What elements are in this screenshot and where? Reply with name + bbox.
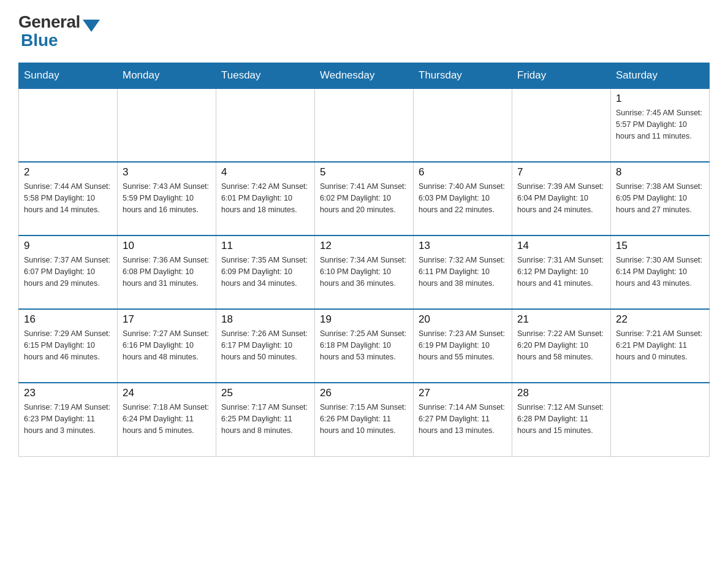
- day-info: Sunrise: 7:17 AM Sunset: 6:25 PM Dayligh…: [221, 402, 309, 436]
- day-number: 23: [24, 387, 112, 399]
- calendar-cell: 26Sunrise: 7:15 AM Sunset: 6:26 PM Dayli…: [315, 383, 414, 456]
- calendar-cell: 14Sunrise: 7:31 AM Sunset: 6:12 PM Dayli…: [512, 236, 611, 309]
- calendar-cell: 18Sunrise: 7:26 AM Sunset: 6:17 PM Dayli…: [216, 309, 315, 383]
- day-info: Sunrise: 7:18 AM Sunset: 6:24 PM Dayligh…: [123, 402, 211, 436]
- day-number: 9: [24, 240, 112, 252]
- day-info: Sunrise: 7:15 AM Sunset: 6:26 PM Dayligh…: [320, 402, 408, 436]
- calendar-cell: 25Sunrise: 7:17 AM Sunset: 6:25 PM Dayli…: [216, 383, 315, 456]
- day-number: 12: [320, 240, 408, 252]
- day-info: Sunrise: 7:19 AM Sunset: 6:23 PM Dayligh…: [24, 402, 112, 436]
- day-number: 18: [221, 313, 309, 326]
- calendar-week-row: 1Sunrise: 7:45 AM Sunset: 5:57 PM Daylig…: [19, 88, 710, 162]
- calendar-cell: 4Sunrise: 7:42 AM Sunset: 6:01 PM Daylig…: [216, 162, 315, 236]
- calendar-cell: 17Sunrise: 7:27 AM Sunset: 6:16 PM Dayli…: [118, 309, 216, 383]
- calendar-cell: 8Sunrise: 7:38 AM Sunset: 6:05 PM Daylig…: [611, 162, 710, 236]
- day-info: Sunrise: 7:26 AM Sunset: 6:17 PM Dayligh…: [221, 328, 309, 362]
- calendar-week-row: 9Sunrise: 7:37 AM Sunset: 6:07 PM Daylig…: [19, 236, 710, 309]
- day-number: 10: [123, 240, 211, 252]
- calendar-week-row: 2Sunrise: 7:44 AM Sunset: 5:58 PM Daylig…: [19, 162, 710, 236]
- weekday-header-saturday: Saturday: [611, 63, 710, 89]
- calendar-cell: 7Sunrise: 7:39 AM Sunset: 6:04 PM Daylig…: [512, 162, 611, 236]
- calendar-cell: [512, 88, 611, 162]
- calendar-week-row: 16Sunrise: 7:29 AM Sunset: 6:15 PM Dayli…: [19, 309, 710, 383]
- day-number: 26: [320, 387, 408, 399]
- calendar-cell: 24Sunrise: 7:18 AM Sunset: 6:24 PM Dayli…: [118, 383, 216, 456]
- page-header: General Blue: [18, 12, 710, 50]
- day-number: 7: [517, 166, 605, 178]
- day-number: 16: [24, 313, 112, 326]
- day-info: Sunrise: 7:21 AM Sunset: 6:21 PM Dayligh…: [616, 328, 704, 362]
- calendar-cell: 10Sunrise: 7:36 AM Sunset: 6:08 PM Dayli…: [118, 236, 216, 309]
- day-number: 5: [320, 166, 408, 178]
- day-number: 13: [419, 240, 507, 252]
- calendar-cell: 23Sunrise: 7:19 AM Sunset: 6:23 PM Dayli…: [19, 383, 118, 456]
- calendar-cell: 15Sunrise: 7:30 AM Sunset: 6:14 PM Dayli…: [611, 236, 710, 309]
- day-number: 25: [221, 387, 309, 399]
- calendar-cell: 19Sunrise: 7:25 AM Sunset: 6:18 PM Dayli…: [315, 309, 414, 383]
- day-number: 8: [616, 166, 704, 178]
- calendar-cell: 3Sunrise: 7:43 AM Sunset: 5:59 PM Daylig…: [118, 162, 216, 236]
- calendar-cell: [315, 88, 414, 162]
- calendar-cell: 28Sunrise: 7:12 AM Sunset: 6:28 PM Dayli…: [512, 383, 611, 456]
- day-number: 14: [517, 240, 605, 252]
- calendar-table: SundayMondayTuesdayWednesdayThursdayFrid…: [18, 63, 710, 457]
- calendar-cell: 11Sunrise: 7:35 AM Sunset: 6:09 PM Dayli…: [216, 236, 315, 309]
- day-number: 22: [616, 313, 704, 326]
- day-info: Sunrise: 7:27 AM Sunset: 6:16 PM Dayligh…: [123, 328, 211, 362]
- day-info: Sunrise: 7:31 AM Sunset: 6:12 PM Dayligh…: [517, 255, 605, 289]
- weekday-header-tuesday: Tuesday: [216, 63, 315, 89]
- weekday-header-wednesday: Wednesday: [315, 63, 414, 89]
- weekday-header-friday: Friday: [512, 63, 611, 89]
- calendar-cell: 13Sunrise: 7:32 AM Sunset: 6:11 PM Dayli…: [414, 236, 512, 309]
- day-info: Sunrise: 7:29 AM Sunset: 6:15 PM Dayligh…: [24, 328, 112, 362]
- day-info: Sunrise: 7:34 AM Sunset: 6:10 PM Dayligh…: [320, 255, 408, 289]
- weekday-header-thursday: Thursday: [414, 63, 512, 89]
- day-info: Sunrise: 7:41 AM Sunset: 6:02 PM Dayligh…: [320, 181, 408, 215]
- calendar-cell: 1Sunrise: 7:45 AM Sunset: 5:57 PM Daylig…: [611, 88, 710, 162]
- logo: General Blue: [18, 12, 100, 50]
- weekday-header-sunday: Sunday: [19, 63, 118, 89]
- calendar-cell: 12Sunrise: 7:34 AM Sunset: 6:10 PM Dayli…: [315, 236, 414, 309]
- day-info: Sunrise: 7:23 AM Sunset: 6:19 PM Dayligh…: [419, 328, 507, 362]
- day-info: Sunrise: 7:37 AM Sunset: 6:07 PM Dayligh…: [24, 255, 112, 289]
- day-number: 24: [123, 387, 211, 399]
- calendar-cell: 9Sunrise: 7:37 AM Sunset: 6:07 PM Daylig…: [19, 236, 118, 309]
- day-info: Sunrise: 7:22 AM Sunset: 6:20 PM Dayligh…: [517, 328, 605, 362]
- day-number: 20: [419, 313, 507, 326]
- logo-blue-text: Blue: [21, 31, 58, 50]
- day-info: Sunrise: 7:36 AM Sunset: 6:08 PM Dayligh…: [123, 255, 211, 289]
- calendar-cell: 5Sunrise: 7:41 AM Sunset: 6:02 PM Daylig…: [315, 162, 414, 236]
- day-info: Sunrise: 7:45 AM Sunset: 5:57 PM Dayligh…: [616, 107, 704, 142]
- weekday-header-monday: Monday: [118, 63, 216, 89]
- logo-arrow-icon: [83, 20, 100, 32]
- day-info: Sunrise: 7:14 AM Sunset: 6:27 PM Dayligh…: [419, 402, 507, 436]
- day-number: 6: [419, 166, 507, 178]
- calendar-cell: 21Sunrise: 7:22 AM Sunset: 6:20 PM Dayli…: [512, 309, 611, 383]
- day-info: Sunrise: 7:42 AM Sunset: 6:01 PM Dayligh…: [221, 181, 309, 215]
- weekday-header-row: SundayMondayTuesdayWednesdayThursdayFrid…: [19, 63, 710, 89]
- day-number: 17: [123, 313, 211, 326]
- day-info: Sunrise: 7:35 AM Sunset: 6:09 PM Dayligh…: [221, 255, 309, 289]
- calendar-cell: [216, 88, 315, 162]
- day-info: Sunrise: 7:40 AM Sunset: 6:03 PM Dayligh…: [419, 181, 507, 215]
- day-number: 19: [320, 313, 408, 326]
- day-info: Sunrise: 7:43 AM Sunset: 5:59 PM Dayligh…: [123, 181, 211, 215]
- day-number: 21: [517, 313, 605, 326]
- day-number: 3: [123, 166, 211, 178]
- day-info: Sunrise: 7:25 AM Sunset: 6:18 PM Dayligh…: [320, 328, 408, 362]
- calendar-cell: 22Sunrise: 7:21 AM Sunset: 6:21 PM Dayli…: [611, 309, 710, 383]
- calendar-cell: [118, 88, 216, 162]
- calendar-week-row: 23Sunrise: 7:19 AM Sunset: 6:23 PM Dayli…: [19, 383, 710, 456]
- calendar-cell: 6Sunrise: 7:40 AM Sunset: 6:03 PM Daylig…: [414, 162, 512, 236]
- calendar-cell: [19, 88, 118, 162]
- day-number: 4: [221, 166, 309, 178]
- calendar-cell: 16Sunrise: 7:29 AM Sunset: 6:15 PM Dayli…: [19, 309, 118, 383]
- calendar-cell: [414, 88, 512, 162]
- day-info: Sunrise: 7:12 AM Sunset: 6:28 PM Dayligh…: [517, 402, 605, 436]
- day-number: 27: [419, 387, 507, 399]
- day-number: 15: [616, 240, 704, 252]
- day-info: Sunrise: 7:38 AM Sunset: 6:05 PM Dayligh…: [616, 181, 704, 215]
- logo-general-text: General: [18, 12, 80, 32]
- day-info: Sunrise: 7:44 AM Sunset: 5:58 PM Dayligh…: [24, 181, 112, 215]
- day-number: 28: [517, 387, 605, 399]
